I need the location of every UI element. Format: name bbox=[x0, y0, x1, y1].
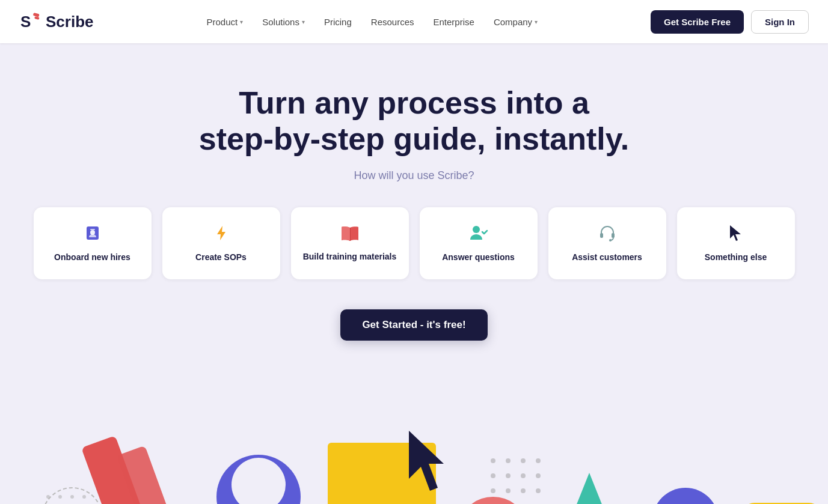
logo-text: Scribe bbox=[46, 13, 94, 31]
hero-title: Turn any process into a step-by-step gui… bbox=[174, 85, 655, 157]
svg-point-44 bbox=[463, 497, 523, 504]
chevron-down-icon: ▾ bbox=[302, 19, 305, 25]
card-questions[interactable]: Answer questions bbox=[420, 207, 538, 279]
lightning-icon bbox=[212, 224, 230, 245]
logo[interactable]: S Scribe bbox=[19, 10, 94, 33]
nav-company[interactable]: Company ▾ bbox=[494, 17, 538, 27]
card-questions-label: Answer questions bbox=[442, 252, 515, 262]
card-sops-label: Create SOPs bbox=[195, 252, 247, 262]
svg-point-34 bbox=[536, 458, 541, 463]
card-onboard-label: Onboard new hires bbox=[54, 252, 130, 262]
svg-point-39 bbox=[491, 488, 495, 493]
nav-actions: Get Scribe Free Sign In bbox=[651, 10, 809, 34]
cta-section: Get Started - it's free! bbox=[12, 309, 816, 341]
svg-point-45 bbox=[652, 488, 719, 504]
nav-links: Product ▾ Solutions ▾ Pricing Resources … bbox=[207, 17, 538, 27]
nav-enterprise[interactable]: Enterprise bbox=[434, 17, 474, 27]
card-other-label: Something else bbox=[705, 252, 767, 262]
hero-subtitle: How will you use Scribe? bbox=[12, 169, 816, 182]
card-customers[interactable]: Assist customers bbox=[548, 207, 666, 279]
svg-rect-10 bbox=[612, 233, 615, 238]
id-card-icon bbox=[84, 224, 102, 245]
svg-point-38 bbox=[536, 473, 541, 478]
svg-point-22 bbox=[58, 495, 62, 499]
svg-rect-9 bbox=[600, 233, 603, 238]
use-case-cards: Onboard new hires Create SOPs Build trai… bbox=[12, 207, 816, 279]
svg-rect-5 bbox=[90, 229, 95, 230]
svg-point-35 bbox=[491, 473, 495, 478]
cursor-icon bbox=[728, 224, 744, 245]
card-other[interactable]: Something else bbox=[677, 207, 795, 279]
hero-section: Turn any process into a step-by-step gui… bbox=[0, 43, 828, 395]
navbar: S Scribe Product ▾ Solutions ▾ Pricing R… bbox=[0, 0, 828, 43]
nav-pricing[interactable]: Pricing bbox=[324, 17, 352, 27]
svg-point-37 bbox=[521, 473, 526, 478]
hero-illustration bbox=[0, 401, 828, 504]
svg-point-36 bbox=[506, 473, 511, 478]
svg-point-32 bbox=[506, 458, 511, 463]
svg-marker-12 bbox=[730, 225, 741, 241]
chevron-down-icon: ▾ bbox=[240, 19, 243, 25]
card-onboard[interactable]: Onboard new hires bbox=[34, 207, 152, 279]
svg-marker-7 bbox=[217, 226, 225, 240]
svg-point-8 bbox=[473, 226, 480, 233]
get-started-button[interactable]: Get Started - it's free! bbox=[340, 309, 487, 341]
svg-point-6 bbox=[90, 230, 95, 235]
svg-point-33 bbox=[521, 458, 526, 463]
svg-point-42 bbox=[536, 488, 541, 493]
nav-solutions[interactable]: Solutions ▾ bbox=[262, 17, 305, 27]
svg-point-24 bbox=[82, 495, 86, 499]
svg-point-31 bbox=[491, 458, 495, 463]
chevron-down-icon: ▾ bbox=[535, 19, 538, 25]
svg-text:S: S bbox=[20, 13, 31, 31]
card-sops[interactable]: Create SOPs bbox=[162, 207, 280, 279]
card-customers-label: Assist customers bbox=[572, 252, 642, 262]
book-icon bbox=[340, 225, 360, 244]
card-training[interactable]: Build training materials bbox=[291, 207, 409, 279]
svg-point-41 bbox=[521, 488, 526, 493]
sign-in-button[interactable]: Sign In bbox=[751, 10, 809, 34]
get-scribe-free-button[interactable]: Get Scribe Free bbox=[651, 10, 744, 34]
svg-point-40 bbox=[506, 488, 511, 493]
nav-resources[interactable]: Resources bbox=[371, 17, 414, 27]
svg-point-11 bbox=[609, 239, 612, 241]
svg-marker-43 bbox=[565, 473, 613, 504]
svg-point-23 bbox=[70, 495, 74, 499]
person-check-icon bbox=[469, 224, 488, 245]
nav-product[interactable]: Product ▾ bbox=[207, 17, 244, 27]
headset-icon bbox=[598, 224, 617, 245]
card-training-label: Build training materials bbox=[303, 252, 397, 261]
